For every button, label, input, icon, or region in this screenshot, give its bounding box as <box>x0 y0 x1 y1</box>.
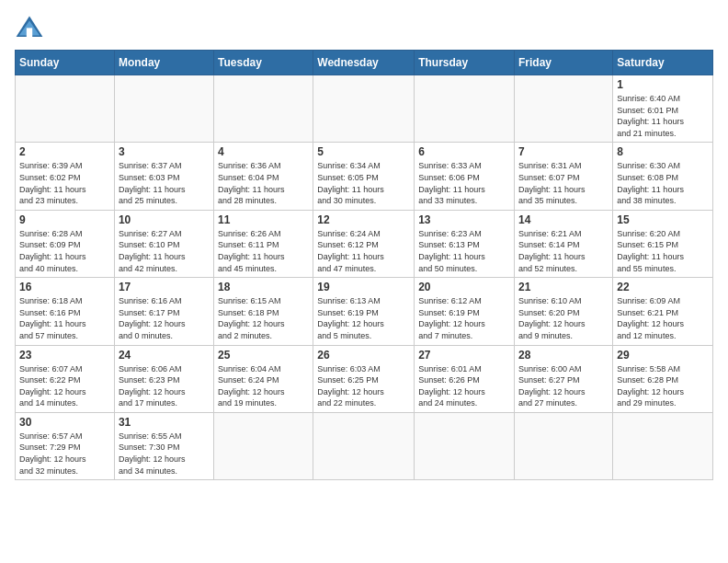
calendar-day-cell: 7Sunrise: 6:31 AM Sunset: 6:07 PM Daylig… <box>515 143 613 210</box>
day-number: 19 <box>317 281 410 293</box>
calendar-week-row: 9Sunrise: 6:28 AM Sunset: 6:09 PM Daylig… <box>16 210 713 277</box>
day-number: 12 <box>317 213 410 226</box>
calendar-week-row: 1Sunrise: 6:40 AM Sunset: 6:01 PM Daylig… <box>16 75 713 143</box>
day-number: 2 <box>19 145 110 158</box>
calendar-week-row: 2Sunrise: 6:39 AM Sunset: 6:02 PM Daylig… <box>16 143 713 210</box>
calendar-day-cell: 25Sunrise: 6:04 AM Sunset: 6:24 PM Dayli… <box>214 345 313 412</box>
calendar-day-cell: 31Sunrise: 6:55 AM Sunset: 7:30 PM Dayli… <box>114 412 213 479</box>
calendar-day-cell <box>214 412 313 479</box>
day-number: 5 <box>317 145 410 158</box>
calendar-day-cell: 23Sunrise: 6:07 AM Sunset: 6:22 PM Dayli… <box>16 345 115 412</box>
day-number: 20 <box>418 281 510 293</box>
day-info: Sunrise: 6:16 AM Sunset: 6:17 PM Dayligh… <box>119 295 210 341</box>
day-number: 9 <box>19 213 110 226</box>
day-info: Sunrise: 6:03 AM Sunset: 6:25 PM Dayligh… <box>317 363 410 409</box>
calendar-day-cell <box>415 75 515 143</box>
calendar-day-cell: 22Sunrise: 6:09 AM Sunset: 6:21 PM Dayli… <box>613 278 713 345</box>
weekday-header-cell: Friday <box>515 51 613 75</box>
calendar-day-cell: 14Sunrise: 6:21 AM Sunset: 6:14 PM Dayli… <box>515 210 613 277</box>
day-info: Sunrise: 6:36 AM Sunset: 6:04 PM Dayligh… <box>218 160 309 206</box>
day-info: Sunrise: 6:18 AM Sunset: 6:16 PM Dayligh… <box>19 295 110 341</box>
calendar-day-cell: 10Sunrise: 6:27 AM Sunset: 6:10 PM Dayli… <box>114 210 213 277</box>
day-info: Sunrise: 6:12 AM Sunset: 6:19 PM Dayligh… <box>418 295 510 341</box>
calendar-day-cell: 3Sunrise: 6:37 AM Sunset: 6:03 PM Daylig… <box>114 143 213 210</box>
day-number: 6 <box>418 145 510 158</box>
calendar-day-cell <box>515 412 613 479</box>
day-info: Sunrise: 6:01 AM Sunset: 6:26 PM Dayligh… <box>418 363 510 409</box>
calendar-day-cell: 26Sunrise: 6:03 AM Sunset: 6:25 PM Dayli… <box>313 345 415 412</box>
day-info: Sunrise: 6:37 AM Sunset: 6:03 PM Dayligh… <box>119 160 210 206</box>
day-number: 26 <box>317 349 410 362</box>
weekday-header-row: SundayMondayTuesdayWednesdayThursdayFrid… <box>16 51 713 75</box>
svg-rect-2 <box>27 28 32 37</box>
day-number: 10 <box>119 213 210 226</box>
weekday-header-cell: Tuesday <box>214 51 313 75</box>
day-info: Sunrise: 6:06 AM Sunset: 6:23 PM Dayligh… <box>119 363 210 409</box>
calendar-day-cell: 20Sunrise: 6:12 AM Sunset: 6:19 PM Dayli… <box>415 278 515 345</box>
calendar-day-cell <box>313 75 415 143</box>
day-number: 8 <box>617 145 709 158</box>
day-info: Sunrise: 5:58 AM Sunset: 6:28 PM Dayligh… <box>617 363 709 409</box>
day-info: Sunrise: 6:55 AM Sunset: 7:30 PM Dayligh… <box>119 431 210 477</box>
calendar-day-cell: 28Sunrise: 6:00 AM Sunset: 6:27 PM Dayli… <box>515 345 613 412</box>
calendar-day-cell <box>16 75 115 143</box>
day-number: 21 <box>518 281 609 293</box>
day-info: Sunrise: 6:39 AM Sunset: 6:02 PM Dayligh… <box>19 160 110 206</box>
calendar-day-cell: 9Sunrise: 6:28 AM Sunset: 6:09 PM Daylig… <box>16 210 115 277</box>
day-info: Sunrise: 6:27 AM Sunset: 6:10 PM Dayligh… <box>119 228 210 274</box>
calendar-day-cell: 17Sunrise: 6:16 AM Sunset: 6:17 PM Dayli… <box>114 278 213 345</box>
day-info: Sunrise: 6:15 AM Sunset: 6:18 PM Dayligh… <box>218 295 309 341</box>
calendar-day-cell: 6Sunrise: 6:33 AM Sunset: 6:06 PM Daylig… <box>415 143 515 210</box>
calendar-day-cell: 13Sunrise: 6:23 AM Sunset: 6:13 PM Dayli… <box>415 210 515 277</box>
calendar-day-cell <box>415 412 515 479</box>
day-info: Sunrise: 6:00 AM Sunset: 6:27 PM Dayligh… <box>518 363 609 409</box>
day-info: Sunrise: 6:09 AM Sunset: 6:21 PM Dayligh… <box>617 295 709 341</box>
weekday-header-cell: Monday <box>114 51 213 75</box>
day-info: Sunrise: 6:40 AM Sunset: 6:01 PM Dayligh… <box>617 93 709 139</box>
day-number: 29 <box>617 349 709 362</box>
day-info: Sunrise: 6:57 AM Sunset: 7:29 PM Dayligh… <box>19 431 110 477</box>
calendar-day-cell: 2Sunrise: 6:39 AM Sunset: 6:02 PM Daylig… <box>16 143 115 210</box>
calendar: SundayMondayTuesdayWednesdayThursdayFrid… <box>15 50 713 480</box>
calendar-day-cell: 18Sunrise: 6:15 AM Sunset: 6:18 PM Dayli… <box>214 278 313 345</box>
calendar-day-cell: 27Sunrise: 6:01 AM Sunset: 6:26 PM Dayli… <box>415 345 515 412</box>
day-number: 18 <box>218 281 309 293</box>
day-info: Sunrise: 6:10 AM Sunset: 6:20 PM Dayligh… <box>518 295 609 341</box>
calendar-week-row: 30Sunrise: 6:57 AM Sunset: 7:29 PM Dayli… <box>16 412 713 479</box>
page-header <box>15 15 713 40</box>
calendar-day-cell <box>313 412 415 479</box>
calendar-day-cell: 24Sunrise: 6:06 AM Sunset: 6:23 PM Dayli… <box>114 345 213 412</box>
logo <box>15 15 48 40</box>
calendar-day-cell <box>515 75 613 143</box>
calendar-day-cell: 15Sunrise: 6:20 AM Sunset: 6:15 PM Dayli… <box>613 210 713 277</box>
day-number: 23 <box>19 349 110 362</box>
day-number: 24 <box>119 349 210 362</box>
day-info: Sunrise: 6:26 AM Sunset: 6:11 PM Dayligh… <box>218 228 309 274</box>
day-info: Sunrise: 6:31 AM Sunset: 6:07 PM Dayligh… <box>518 160 609 206</box>
day-number: 28 <box>518 349 609 362</box>
day-info: Sunrise: 6:07 AM Sunset: 6:22 PM Dayligh… <box>19 363 110 409</box>
weekday-header-cell: Thursday <box>415 51 515 75</box>
day-number: 4 <box>218 145 309 158</box>
day-number: 27 <box>418 349 510 362</box>
day-info: Sunrise: 6:34 AM Sunset: 6:05 PM Dayligh… <box>317 160 410 206</box>
calendar-day-cell: 1Sunrise: 6:40 AM Sunset: 6:01 PM Daylig… <box>613 75 713 143</box>
day-number: 3 <box>119 145 210 158</box>
calendar-day-cell: 8Sunrise: 6:30 AM Sunset: 6:08 PM Daylig… <box>613 143 713 210</box>
calendar-day-cell <box>114 75 213 143</box>
day-number: 15 <box>617 213 709 226</box>
day-number: 17 <box>119 281 210 293</box>
weekday-header-cell: Sunday <box>16 51 115 75</box>
day-info: Sunrise: 6:28 AM Sunset: 6:09 PM Dayligh… <box>19 228 110 274</box>
calendar-day-cell: 19Sunrise: 6:13 AM Sunset: 6:19 PM Dayli… <box>313 278 415 345</box>
day-info: Sunrise: 6:04 AM Sunset: 6:24 PM Dayligh… <box>218 363 309 409</box>
day-number: 13 <box>418 213 510 226</box>
calendar-day-cell: 5Sunrise: 6:34 AM Sunset: 6:05 PM Daylig… <box>313 143 415 210</box>
calendar-day-cell <box>214 75 313 143</box>
calendar-day-cell: 30Sunrise: 6:57 AM Sunset: 7:29 PM Dayli… <box>16 412 115 479</box>
day-number: 14 <box>518 213 609 226</box>
day-info: Sunrise: 6:13 AM Sunset: 6:19 PM Dayligh… <box>317 295 410 341</box>
calendar-day-cell: 16Sunrise: 6:18 AM Sunset: 6:16 PM Dayli… <box>16 278 115 345</box>
day-info: Sunrise: 6:23 AM Sunset: 6:13 PM Dayligh… <box>418 228 510 274</box>
day-info: Sunrise: 6:30 AM Sunset: 6:08 PM Dayligh… <box>617 160 709 206</box>
